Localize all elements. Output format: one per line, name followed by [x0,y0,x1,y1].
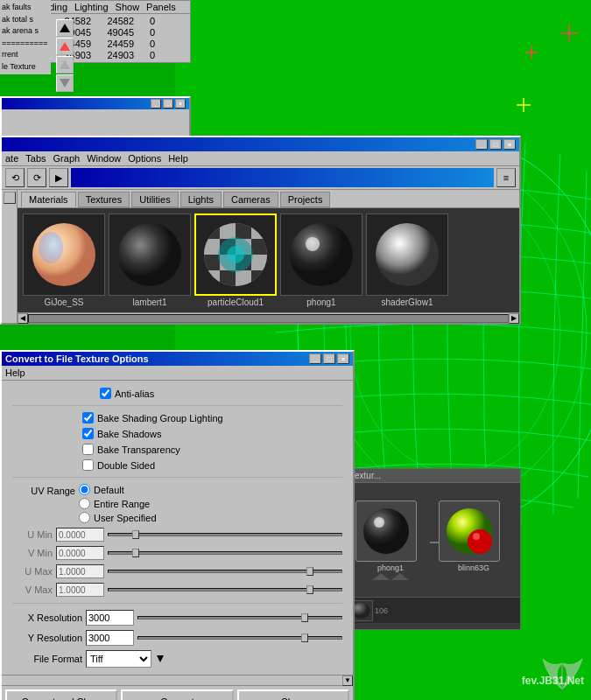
thumb-number: 106 [375,606,388,615]
dialog-scrollbar: ▼ [2,675,353,685]
left-panel-btn[interactable] [4,192,16,204]
small-win-maximize[interactable]: □ [163,99,173,108]
node-graph-area: phong1 [347,483,520,623]
arrow-icon-2[interactable] [56,38,74,55]
stats-edges-val3: 0 [137,27,155,38]
bake-lighting-checkbox[interactable] [82,412,94,424]
bake-shadows-label: Bake Shadows [97,429,161,439]
svg-point-43 [374,517,384,528]
left-text-7: le Texture [2,61,49,74]
dialog-minimize-btn[interactable]: _ [309,354,321,364]
materials-grid: GiJoe_SS [18,208,519,312]
dialog-close-btn[interactable]: × [337,354,349,364]
svg-rect-28 [204,255,220,270]
uv-entire-radio[interactable] [79,498,90,509]
material-particle-label: particleCloud1 [208,298,264,307]
node-blinn63g[interactable]: blinn63G [439,500,509,572]
tab-utilities[interactable]: Utilities [131,192,178,207]
vmin-slider[interactable] [108,551,342,555]
y-resolution-input[interactable] [86,630,134,646]
menu-panels[interactable]: Panels [146,2,176,12]
bake-lighting-label: Bake Shading Group Lighting [97,413,223,424]
vmin-input[interactable] [56,546,104,560]
bake-transparency-checkbox[interactable] [82,444,94,455]
y-resolution-row: Y Resolution [12,630,342,646]
uv-user-label: User Specified [94,513,157,523]
menu-show[interactable]: Show [116,2,140,12]
dialog-menu-bar: Help [2,366,353,381]
vmax-slider[interactable] [108,588,342,592]
dialog-maximize-btn[interactable]: □ [323,354,335,364]
uv-default-radio[interactable] [79,484,90,495]
toolbar-btn-1[interactable]: ⟲ [5,168,25,187]
menu-lighting[interactable]: Lighting [74,2,109,12]
x-resolution-input[interactable] [86,610,134,626]
material-phong[interactable]: phong1 [280,214,362,307]
umax-row: U Max [19,564,342,578]
material-particle[interactable]: particleCloud1 [194,214,277,307]
menu-options[interactable]: Options [128,153,161,164]
tab-cameras[interactable]: Cameras [223,192,278,207]
menu-graph[interactable]: Graph [53,153,81,164]
scroll-track[interactable] [28,314,509,323]
maya-minimize-btn[interactable]: _ [475,139,488,150]
node-editor-toolbar: Textur... [347,469,520,483]
dialog-scroll-track [2,676,342,685]
maya-maximize-btn[interactable]: □ [489,139,502,150]
arrow-icon-4[interactable] [56,74,74,92]
antialias-checkbox[interactable] [100,388,111,399]
menu-tabs[interactable]: Tabs [25,153,46,164]
file-format-row: File Format Tiff PNG JPEG EXR BMP [12,650,342,668]
node-phong1[interactable]: phong1 [355,500,426,580]
vmax-label: V Max [19,584,53,595]
arrow-icon-1[interactable] [56,19,74,37]
small-win-minimize[interactable]: _ [151,99,161,108]
menu-window[interactable]: Window [87,153,121,164]
double-sided-checkbox[interactable] [82,459,94,471]
uv-default-label: Default [94,485,124,495]
toolbar-btn-3[interactable]: ▶ [49,168,68,187]
umin-slider[interactable] [108,533,342,536]
maya-close-btn[interactable]: × [503,139,516,150]
bake-shadows-checkbox[interactable] [82,428,94,439]
svg-marker-11 [60,24,70,32]
convert-close-button[interactable]: Convert and Close [5,690,117,700]
arrow-icon-3[interactable] [56,56,74,74]
umin-input[interactable] [56,528,104,542]
uv-user-radio[interactable] [79,512,90,523]
close-button[interactable]: Close [237,690,349,700]
svg-rect-32 [204,270,220,286]
file-format-select[interactable]: Tiff PNG JPEG EXR BMP [86,650,151,668]
menu-help[interactable]: Help [168,153,188,164]
small-win-close[interactable]: × [175,99,186,108]
tab-materials[interactable]: Materials [21,192,76,207]
scroll-right-btn[interactable]: ▶ [509,313,519,324]
maya-menu-bar: ate Tabs Graph Window Options Help [2,151,519,166]
scroll-left-btn[interactable]: ◀ [18,313,28,324]
dialog-scroll-down[interactable]: ▼ [342,676,353,686]
tab-lights[interactable]: Lights [180,192,222,207]
uv-radio-group: Default Entire Range User Specified [79,484,157,523]
material-shaderglow[interactable]: shaderGlow1 [366,214,448,307]
watermark-line1: fev.JB31.Net [522,675,584,687]
svg-marker-45 [391,573,409,580]
uv-entire-label: Entire Range [94,499,150,509]
svg-marker-50 [157,655,164,662]
material-gijoe-label: GiJoe_SS [44,298,83,307]
x-resolution-slider[interactable] [137,616,342,620]
toolbar-btn-4[interactable]: ≡ [496,168,516,187]
umax-input[interactable] [56,564,104,578]
convert-button[interactable]: Convert [121,690,233,700]
material-lambert[interactable]: lambert1 [109,214,191,307]
toolbar-btn-2[interactable]: ⟳ [27,168,46,187]
material-gijoe[interactable]: GiJoe_SS [23,214,105,307]
menu-ate[interactable]: ate [5,153,18,164]
dialog-menu-help[interactable]: Help [5,368,25,378]
vmax-input[interactable] [56,583,104,597]
svg-marker-12 [60,42,70,51]
dialog-body: Anti-alias Bake Shading Group Lighting B… [2,381,353,675]
tab-textures[interactable]: Textures [78,192,130,207]
tab-projects[interactable]: Projects [280,192,331,207]
umax-slider[interactable] [108,570,342,573]
y-resolution-slider[interactable] [137,636,342,640]
